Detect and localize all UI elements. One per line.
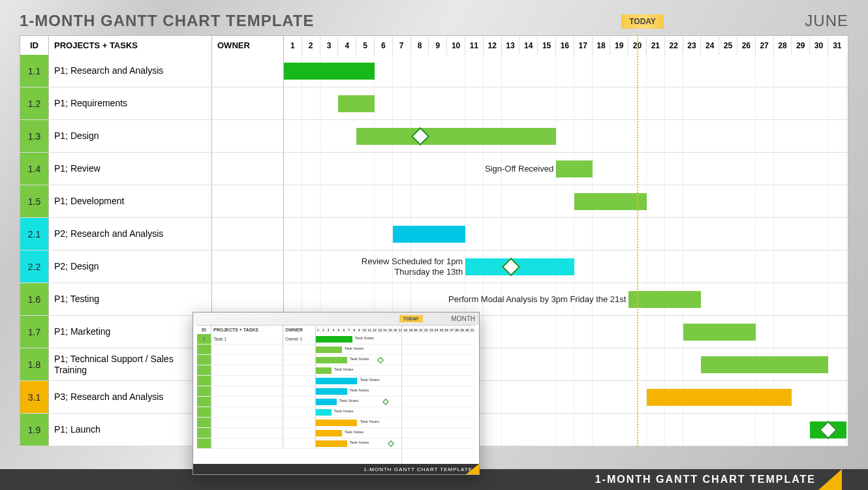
task-timeline-cell[interactable]: Perform Modal Analysis by 3pm Friday the…	[284, 283, 848, 315]
preview-day: 9	[357, 326, 362, 334]
preview-days: Task Notes	[316, 355, 475, 365]
gantt-bar[interactable]	[393, 226, 465, 243]
task-owner-cell[interactable]	[212, 87, 284, 119]
task-row[interactable]: 1.3P1; Design	[20, 120, 848, 153]
task-timeline-cell[interactable]: Review Scheduled for 1pm Thursday the 13…	[284, 251, 848, 283]
task-owner-cell[interactable]	[212, 251, 284, 283]
task-row[interactable]: 1.4P1; ReviewSign-Off Received	[20, 153, 848, 185]
task-id-cell: 3.1	[20, 381, 49, 413]
preview-month: MONTH	[451, 315, 475, 322]
preview-owner	[283, 386, 316, 396]
task-owner-cell[interactable]	[212, 120, 284, 152]
gantt-bar[interactable]	[683, 324, 756, 341]
preview-day: 16	[393, 326, 398, 334]
preview-days: Task Notes	[316, 418, 475, 427]
task-name-cell[interactable]: P1; Marketing	[49, 316, 212, 348]
gantt-bar[interactable]	[628, 291, 701, 308]
today-pill: TODAY	[621, 14, 664, 29]
day-header-12: 12	[484, 36, 502, 55]
task-owner-cell[interactable]	[212, 218, 284, 250]
preview-task	[211, 345, 283, 354]
preview-popup[interactable]: TODAY MONTH ID PROJECTS + TASKS OWNER 12…	[193, 312, 480, 475]
task-name-cell[interactable]: P2; Design	[49, 251, 212, 283]
preview-row: Task Notes	[197, 428, 475, 438]
task-id-cell: 1.4	[20, 153, 49, 185]
preview-task	[211, 428, 283, 438]
task-name-cell[interactable]: P1; Design	[49, 120, 212, 152]
preview-note: Task Notes	[350, 357, 369, 361]
task-timeline-cell[interactable]	[284, 55, 848, 87]
task-name-cell[interactable]: P1; Technical Support / Sales Training	[49, 348, 212, 380]
preview-task	[211, 376, 283, 386]
preview-owner: Owner 1	[283, 334, 316, 344]
preview-days: Task Notes	[316, 397, 475, 406]
day-header-13: 13	[502, 36, 520, 55]
task-owner-cell[interactable]	[212, 153, 284, 185]
preview-owner	[283, 428, 316, 438]
task-name-cell[interactable]: P1; Research and Analysis	[49, 55, 212, 87]
preview-day: 17	[398, 326, 403, 334]
task-timeline-cell[interactable]	[284, 120, 848, 152]
task-timeline-cell[interactable]	[284, 185, 848, 217]
task-owner-cell[interactable]	[212, 283, 284, 315]
preview-task	[211, 438, 283, 448]
preview-note: Task Notes	[345, 346, 364, 350]
task-name-cell[interactable]: P1; Review	[49, 153, 212, 185]
day-header-3: 3	[320, 36, 339, 55]
preview-bar	[316, 378, 357, 384]
preview-milestone-icon	[382, 399, 389, 405]
gantt-bar[interactable]	[574, 193, 647, 210]
preview-today-pill: TODAY	[399, 315, 423, 322]
preview-note: Task Notes	[360, 420, 379, 423]
preview-bar	[316, 420, 357, 426]
task-note: Sign-Off Received	[485, 163, 553, 174]
day-header-18: 18	[593, 36, 611, 55]
task-row[interactable]: 2.2P2; DesignReview Scheduled for 1pm Th…	[20, 251, 848, 283]
task-timeline-cell[interactable]: Sign-Off Received	[284, 153, 848, 185]
day-header-14: 14	[519, 36, 538, 55]
preview-bar	[316, 399, 337, 405]
preview-owner	[283, 376, 316, 386]
preview-day: 11	[367, 326, 373, 334]
day-header-9: 9	[429, 36, 447, 55]
preview-header-task: PROJECTS + TASKS	[211, 326, 283, 334]
preview-day: 28	[455, 326, 460, 334]
task-name-cell[interactable]: P1; Development	[49, 185, 212, 217]
gantt-bar[interactable]	[284, 63, 375, 80]
preview-id	[197, 397, 211, 406]
preview-day: 3	[326, 326, 332, 334]
preview-owner	[283, 397, 316, 406]
task-name-cell[interactable]: P2; Research and Analysis	[49, 218, 212, 250]
preview-day: 31	[470, 326, 475, 334]
task-row[interactable]: 1.2P1; Requirements	[20, 87, 848, 120]
task-timeline-cell[interactable]	[284, 87, 848, 119]
preview-day: 6	[341, 326, 347, 334]
task-owner-cell[interactable]	[212, 55, 284, 87]
task-owner-cell[interactable]	[212, 185, 284, 217]
preview-owner	[283, 365, 316, 375]
preview-day: 14	[382, 326, 388, 334]
gantt-bar[interactable]	[701, 356, 828, 373]
task-row[interactable]: 1.1P1; Research and Analysis	[20, 55, 848, 87]
gantt-bar[interactable]	[338, 95, 375, 112]
preview-id	[197, 345, 211, 354]
preview-note: Task Notes	[350, 440, 369, 444]
gantt-bar[interactable]	[356, 128, 556, 145]
task-row[interactable]: 2.1P2; Research and Analysis	[20, 218, 848, 251]
task-row[interactable]: 1.5P1; Development	[20, 185, 848, 218]
preview-day: 22	[424, 326, 429, 334]
preview-bar	[316, 346, 342, 353]
gantt-bar[interactable]	[647, 389, 792, 406]
task-name-cell[interactable]: P1; Launch	[49, 414, 212, 446]
gantt-bar[interactable]	[556, 161, 593, 177]
task-name-cell[interactable]: P1; Requirements	[49, 87, 212, 119]
preview-days: Task Notes	[316, 407, 475, 417]
preview-footer: 1-MONTH GANTT CHART TEMPLATE	[193, 464, 479, 474]
day-header-2: 2	[302, 36, 320, 55]
task-timeline-cell[interactable]	[284, 218, 848, 250]
task-name-cell[interactable]: P1; Testing	[49, 283, 212, 315]
task-name-cell[interactable]: P3; Research and Analysis	[49, 381, 212, 413]
task-row[interactable]: 1.6P1; TestingPerform Modal Analysis by …	[20, 283, 848, 316]
preview-day: 10	[362, 326, 367, 334]
preview-owner	[283, 418, 316, 427]
